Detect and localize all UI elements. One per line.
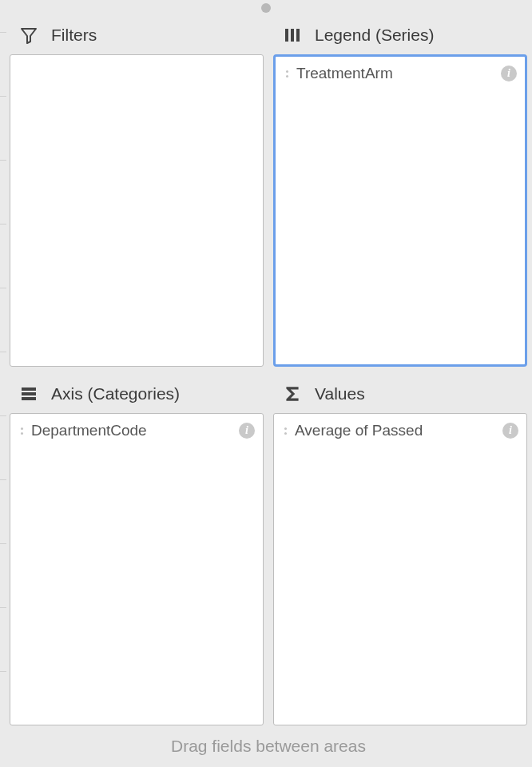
field-item[interactable]: DepartmentCode i [14,419,260,443]
sigma-icon [281,383,304,405]
pivot-field-areas-panel: Filters Legend (Series) Treatmen [10,14,527,759]
areas-grid: Filters Legend (Series) Treatmen [10,14,527,725]
legend-area: Legend (Series) TreatmentArm i [273,14,527,367]
svg-rect-5 [22,397,36,400]
filters-header: Filters [10,14,264,54]
axis-title: Axis (Categories) [51,384,180,403]
svg-rect-2 [296,29,300,42]
drag-handle-icon[interactable] [279,427,292,435]
field-label: Average of Passed [295,422,498,439]
axis-header: Axis (Categories) [10,373,264,413]
panel-handle-dot[interactable] [261,3,271,13]
rows-icon [18,383,40,405]
drag-hint: Drag fields between areas [10,725,527,759]
field-label: DepartmentCode [31,422,234,439]
info-icon[interactable]: i [239,423,255,439]
values-area: Values Average of Passed i [273,373,527,725]
field-item[interactable]: Average of Passed i [277,419,523,443]
values-header: Values [273,373,527,413]
axis-area: Axis (Categories) DepartmentCode i [10,373,264,725]
filters-area: Filters [10,14,264,367]
funnel-icon [18,24,40,46]
values-title: Values [315,384,365,403]
info-icon[interactable]: i [501,66,517,81]
drag-handle-icon[interactable] [15,427,28,435]
svg-rect-4 [22,392,36,395]
legend-drop-well[interactable]: TreatmentArm i [273,54,527,367]
svg-rect-0 [285,29,288,42]
filters-title: Filters [51,26,97,45]
legend-header: Legend (Series) [273,14,527,54]
filters-drop-well[interactable] [10,54,264,367]
field-label: TreatmentArm [296,65,496,82]
legend-title: Legend (Series) [315,26,434,45]
left-edge-ticks [0,0,8,767]
info-icon[interactable]: i [502,423,518,439]
axis-drop-well[interactable]: DepartmentCode i [10,413,264,725]
drag-handle-icon[interactable] [280,70,293,77]
values-drop-well[interactable]: Average of Passed i [273,413,527,725]
columns-icon [281,24,304,46]
field-item[interactable]: TreatmentArm i [279,62,522,85]
svg-rect-3 [22,387,36,391]
svg-rect-1 [291,29,294,42]
